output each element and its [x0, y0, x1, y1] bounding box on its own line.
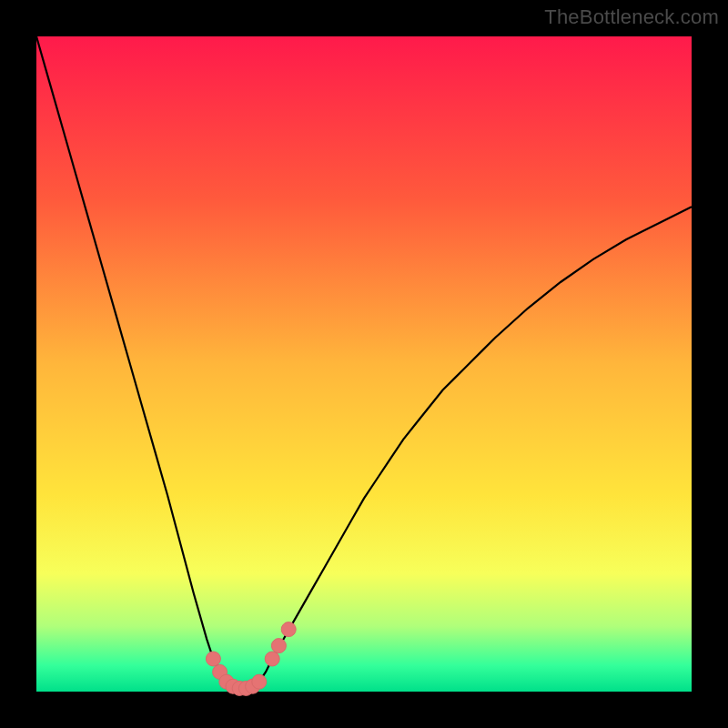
- curve-marker: [281, 622, 296, 637]
- bottleneck-curve: [36, 36, 692, 688]
- curve-marker: [206, 652, 220, 666]
- curve-marker: [252, 674, 267, 689]
- curve-marker: [271, 639, 286, 653]
- curve-marker: [265, 652, 279, 666]
- plot-area: [36, 36, 692, 692]
- curve-markers: [206, 622, 296, 696]
- chart-frame: TheBottleneck.com: [0, 0, 728, 728]
- watermark-text: TheBottleneck.com: [544, 5, 719, 29]
- curve-layer: [36, 36, 692, 692]
